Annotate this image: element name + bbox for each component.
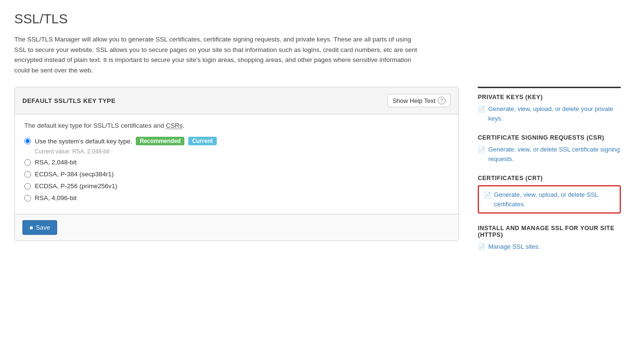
save-label: Save bbox=[36, 224, 50, 231]
panel-header: DEFAULT SSL/TLS KEY TYPE Show Help Text … bbox=[15, 87, 458, 114]
panel-description: The default key type for SSL/TLS certifi… bbox=[24, 122, 449, 129]
sidebar-section-manage-ssl: INSTALL AND MANAGE SSL FOR YOUR SITE (HT… bbox=[478, 225, 621, 252]
radio-label-rsa-4096[interactable]: RSA, 4,096-bit bbox=[35, 194, 77, 202]
csr-link[interactable]: 📄 Generate, view, or delete SSL certific… bbox=[478, 145, 621, 163]
panel-body: The default key type for SSL/TLS certifi… bbox=[15, 114, 458, 214]
manage-ssl-link-text: Manage SSL sites. bbox=[488, 242, 540, 252]
sidebar-section-certificates: CERTIFICATES (CRT) 📄 Generate, view, upl… bbox=[478, 175, 621, 213]
radio-option-ecdsa-p256: ECDSA, P-256 (prime256v1) bbox=[24, 182, 449, 190]
document-icon-manage-ssl: 📄 bbox=[478, 243, 485, 252]
main-layout: DEFAULT SSL/TLS KEY TYPE Show Help Text … bbox=[14, 87, 621, 263]
radio-label-ecdsa-p384[interactable]: ECDSA, P-384 (secp384r1) bbox=[35, 171, 114, 178]
panel-footer: ■ Save bbox=[15, 214, 458, 241]
csr-link-text: Generate, view, or delete SSL certificat… bbox=[488, 145, 621, 163]
sidebar-section-csr: CERTIFICATE SIGNING REQUESTS (CSR) 📄 Gen… bbox=[478, 134, 621, 163]
radio-system-default[interactable] bbox=[24, 138, 31, 144]
description-text-1: The default key type for SSL/TLS certifi… bbox=[24, 122, 166, 129]
save-button[interactable]: ■ Save bbox=[22, 220, 57, 235]
current-value-text: Current value: RSA, 2,048-bit bbox=[35, 148, 449, 155]
save-icon: ■ bbox=[30, 224, 33, 231]
document-icon-certificates: 📄 bbox=[484, 191, 491, 200]
certificates-link-text: Generate, view, upload, or delete SSL ce… bbox=[494, 190, 615, 209]
panel-title: DEFAULT SSL/TLS KEY TYPE bbox=[22, 97, 116, 104]
show-help-label: Show Help Text bbox=[393, 97, 435, 104]
sidebar-section-title-csr: CERTIFICATE SIGNING REQUESTS (CSR) bbox=[478, 134, 621, 141]
sidebar-section-title-private-keys: PRIVATE KEYS (KEY) bbox=[478, 94, 621, 101]
private-keys-link[interactable]: 📄 Generate, view, upload, or delete your… bbox=[478, 104, 621, 123]
radio-label-ecdsa-p256[interactable]: ECDSA, P-256 (prime256v1) bbox=[35, 182, 117, 190]
radio-option-ecdsa-p384: ECDSA, P-384 (secp384r1) bbox=[24, 171, 449, 178]
radio-rsa-4096[interactable] bbox=[24, 195, 31, 202]
radio-label-rsa-2048[interactable]: RSA, 2,048-bit bbox=[35, 159, 77, 166]
radio-option-system-default: Use the system's default key type. Recom… bbox=[24, 137, 449, 145]
document-icon-private-keys: 📄 bbox=[478, 105, 485, 114]
document-icon-csr: 📄 bbox=[478, 145, 485, 155]
badge-current: Current bbox=[188, 137, 216, 145]
radio-ecdsa-p256[interactable] bbox=[24, 183, 31, 190]
radio-rsa-2048[interactable] bbox=[24, 159, 31, 166]
certificates-link[interactable]: 📄 Generate, view, upload, or delete SSL … bbox=[484, 190, 615, 209]
badge-recommended: Recommended bbox=[136, 137, 184, 145]
radio-label-system-default[interactable]: Use the system's default key type. bbox=[35, 138, 132, 145]
help-icon: ? bbox=[438, 97, 445, 104]
show-help-button[interactable]: Show Help Text ? bbox=[387, 94, 451, 107]
right-sidebar: PRIVATE KEYS (KEY) 📄 Generate, view, upl… bbox=[478, 87, 621, 263]
radio-ecdsa-p384[interactable] bbox=[24, 171, 31, 178]
manage-ssl-link[interactable]: 📄 Manage SSL sites. bbox=[478, 242, 621, 252]
ssl-key-type-panel: DEFAULT SSL/TLS KEY TYPE Show Help Text … bbox=[14, 87, 459, 241]
radio-option-rsa-2048: RSA, 2,048-bit bbox=[24, 159, 449, 166]
csr-abbr: CSRs bbox=[166, 122, 182, 129]
sidebar-section-private-keys: PRIVATE KEYS (KEY) 📄 Generate, view, upl… bbox=[478, 94, 621, 123]
sidebar-section-title-manage-ssl: INSTALL AND MANAGE SSL FOR YOUR SITE (HT… bbox=[478, 225, 621, 238]
page-title: SSL/TLS bbox=[14, 11, 621, 27]
sidebar-section-title-certificates: CERTIFICATES (CRT) bbox=[478, 175, 621, 182]
private-keys-link-text: Generate, view, upload, or delete your p… bbox=[488, 104, 621, 123]
intro-text: The SSL/TLS Manager will allow you to ge… bbox=[14, 34, 424, 75]
radio-option-rsa-4096: RSA, 4,096-bit bbox=[24, 194, 449, 202]
certificates-highlight-box: 📄 Generate, view, upload, or delete SSL … bbox=[478, 185, 621, 213]
description-text-2: . bbox=[182, 122, 184, 129]
